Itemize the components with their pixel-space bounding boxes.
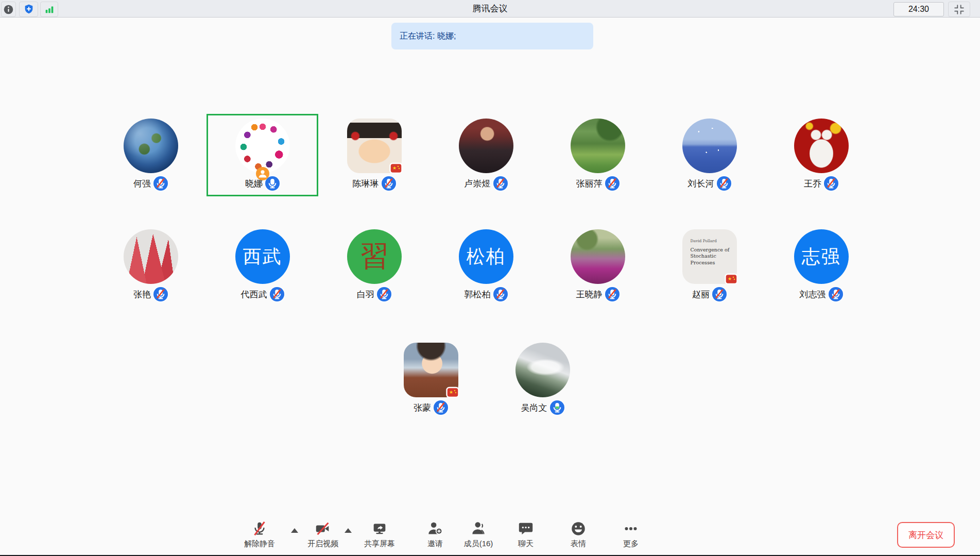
mic-status-icon [493,176,508,191]
emoji-label: 表情 [571,539,586,549]
participant-name: 张丽萍 [576,178,603,190]
avatar: ★ [347,119,402,173]
participant-name: 郭松柏 [465,289,491,300]
participant-name: 张蒙 [414,402,431,414]
participant-tile[interactable]: 张艳 [95,225,207,307]
mic-status-icon [824,176,838,191]
avatar [459,119,513,173]
participant-tile[interactable]: 松柏 郭松柏 [430,225,542,307]
participant-tile[interactable]: 志强 刘志强 [765,225,877,307]
meeting-timer: 24:30 [893,2,944,16]
exit-fullscreen-icon [953,4,965,15]
share-screen-icon [370,520,389,537]
participant-tile[interactable]: 西武 代西武 [207,225,318,307]
flag-badge-icon: ★ [725,273,738,285]
avatar [124,119,178,173]
svg-text:★: ★ [392,165,397,171]
smiley-icon [569,520,588,537]
chat-label: 聊天 [518,539,534,549]
participant-name: 卢崇煜 [465,178,491,190]
active-speaker-banner: 正在讲话: 晓娜; [391,23,593,49]
svg-text:★: ★ [728,276,732,281]
mic-status-icon [712,287,727,301]
participant-tile[interactable]: ★ 张蒙 [375,338,487,420]
leave-meeting-button[interactable]: 离开会议 [897,522,955,548]
video-options-caret[interactable] [345,528,352,533]
participant-name: 赵丽 [692,289,710,300]
mic-options-caret[interactable] [291,528,298,533]
avatar-book-author: David Pollard [691,239,717,243]
avatar-text: 松柏 [467,244,506,269]
avatar: 西武 [235,229,290,284]
camera-off-icon [314,520,332,537]
avatar [571,229,625,284]
share-screen-label: 共享屏幕 [364,539,395,549]
start-video-button[interactable]: 开启视频 [307,520,338,549]
avatar: 松柏 [459,229,513,284]
avatar: 習 [347,229,402,284]
participant-tile[interactable]: 何强 [95,114,207,196]
participant-name: 何强 [133,178,151,190]
chat-button[interactable]: 聊天 [517,520,535,549]
mic-status-icon [829,287,843,301]
unmute-button[interactable]: 解除静音 [244,520,275,549]
participant-name: 张艳 [133,289,151,300]
mic-status-icon [382,176,396,191]
meeting-toolbar: 解除静音 开启视频 共享屏幕 邀请 成员(16) 聊天 表情 [0,517,980,555]
participant-tile[interactable]: ★ 陈琳琳 [318,114,430,196]
mic-status-icon [434,400,448,415]
avatar [571,119,625,173]
participant-tile[interactable]: 卢崇煜 [430,114,542,196]
flag-badge-icon: ★ [389,162,403,174]
avatar-text: Convergence of Stochastic Processes [691,247,732,266]
participant-tile[interactable]: 张丽萍 [542,114,654,196]
mic-status-icon [717,176,731,191]
mic-status-icon [605,176,620,191]
flag-badge-icon: ★ [446,386,459,398]
mic-status-icon [605,287,620,301]
share-screen-button[interactable]: 共享屏幕 [364,520,395,549]
participant-name: 刘志强 [800,289,826,300]
title-bar: 腾讯会议 24:30 [0,0,980,18]
participant-tile[interactable]: 王乔 [765,114,877,196]
mic-status-icon [153,287,168,301]
participant-tile-active-speaker[interactable]: 晓娜 [207,114,318,196]
svg-text:★: ★ [449,390,453,395]
participant-name: 王乔 [804,178,821,190]
avatar [515,343,570,397]
avatar [682,119,737,173]
window-title: 腾讯会议 [0,0,980,17]
members-button[interactable]: 成员(16) [464,520,493,549]
participant-name: 吴尚文 [521,402,547,414]
participant-tile[interactable]: 吴尚文 [487,338,598,420]
avatar [235,119,290,173]
host-badge-icon [256,167,269,180]
avatar-text: 習 [360,237,389,276]
mic-status-icon [377,287,391,301]
participant-name: 代西武 [241,289,267,300]
participant-grid-row-1: 何强 晓娜 ★ 陈琳琳 卢崇煜 张丽萍 刘长河 王乔 [95,114,877,196]
avatar-text: 志强 [802,244,841,269]
mic-status-icon [270,287,284,301]
participant-name: 陈琳琳 [353,178,379,190]
participant-name: 白羽 [357,289,374,300]
participant-name: 王晓静 [576,289,603,300]
start-video-label: 开启视频 [307,539,338,549]
invite-button[interactable]: 邀请 [426,520,444,549]
avatar: 志强 [794,229,849,284]
avatar: David PollardConvergence of Stochastic P… [682,229,737,284]
invite-person-icon [426,520,444,537]
exit-fullscreen-button[interactable] [948,2,970,17]
mic-muted-icon [250,520,269,537]
mic-status-icon [153,176,168,191]
participant-tile[interactable]: 王晓静 [542,225,654,307]
avatar [124,229,178,284]
unmute-label: 解除静音 [244,539,275,549]
avatar-text: 西武 [243,244,282,269]
emoji-button[interactable]: 表情 [569,520,588,549]
participant-tile[interactable]: 習 白羽 [318,225,430,307]
participant-tile[interactable]: 刘长河 [654,114,765,196]
participant-tile[interactable]: David PollardConvergence of Stochastic P… [654,225,765,307]
more-dots-icon [622,520,640,537]
more-button[interactable]: 更多 [622,520,640,549]
